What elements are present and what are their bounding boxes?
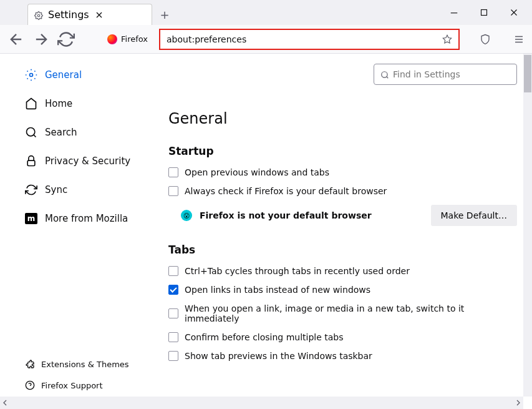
- sidebar-item-sync[interactable]: Sync: [25, 184, 162, 196]
- home-icon: [25, 97, 37, 110]
- identity-label: Firefox: [121, 34, 148, 44]
- pocket-icon[interactable]: [480, 34, 491, 45]
- sidebar-item-label: More from Mozilla: [45, 213, 128, 224]
- svg-point-2: [30, 74, 33, 77]
- firefox-logo-icon: [107, 34, 117, 44]
- horizontal-scrollbar[interactable]: [0, 397, 523, 409]
- url-bar[interactable]: about:preferences: [159, 29, 460, 50]
- checkbox[interactable]: [168, 332, 178, 342]
- checkbox[interactable]: [168, 186, 178, 196]
- minimize-button[interactable]: [448, 7, 460, 18]
- sidebar-item-label: Sync: [45, 184, 67, 195]
- browser-tab[interactable]: Settings: [27, 4, 152, 25]
- chevron-left-icon[interactable]: [0, 398, 10, 408]
- checkbox[interactable]: [168, 308, 178, 318]
- taskbar-previews-option[interactable]: Show tab previews in the Windows taskbar: [168, 351, 517, 361]
- default-browser-status: 😮 Firefox is not your default browser: [181, 210, 372, 221]
- make-default-button[interactable]: Make Default…: [431, 205, 517, 226]
- url-text: about:preferences: [167, 34, 442, 44]
- svg-rect-1: [481, 10, 487, 16]
- sidebar-item-label: Home: [45, 98, 72, 109]
- option-label: Show tab previews in the Windows taskbar: [185, 351, 372, 361]
- always-check-default-option[interactable]: Always check if Firefox is your default …: [168, 186, 517, 196]
- svg-point-0: [37, 14, 40, 17]
- open-previous-option[interactable]: Open previous windows and tabs: [168, 167, 517, 177]
- sidebar-item-label: Privacy & Security: [45, 155, 130, 167]
- tabs-section: Tabs Ctrl+Tab cycles through tabs in rec…: [168, 244, 517, 361]
- app-menu-button[interactable]: [513, 34, 525, 45]
- site-identity[interactable]: Firefox: [107, 34, 148, 44]
- firefox-support-link[interactable]: Firefox Support: [25, 380, 162, 390]
- main-panel: General Startup Open previous windows an…: [162, 54, 532, 409]
- sidebar-item-privacy[interactable]: Privacy & Security: [25, 155, 162, 167]
- checkbox[interactable]: [168, 285, 178, 295]
- option-label: Ctrl+Tab cycles through tabs in recently…: [185, 266, 410, 276]
- section-heading: Startup: [168, 145, 517, 157]
- option-label: When you open a link, image or media in …: [185, 303, 517, 323]
- chevron-right-icon[interactable]: [513, 398, 523, 408]
- close-icon[interactable]: [94, 10, 104, 20]
- svg-point-3: [27, 128, 35, 136]
- checkbox[interactable]: [168, 266, 178, 276]
- extensions-themes-link[interactable]: Extensions & Themes: [25, 359, 162, 369]
- search-icon: [25, 126, 37, 139]
- vertical-scrollbar[interactable]: [523, 54, 532, 397]
- sidebar-item-search[interactable]: Search: [25, 126, 162, 139]
- switch-immediately-option[interactable]: When you open a link, image or media in …: [168, 303, 517, 323]
- gear-icon: [34, 11, 43, 19]
- footer-label: Extensions & Themes: [41, 360, 129, 369]
- maximize-button[interactable]: [478, 7, 490, 18]
- section-heading: Tabs: [168, 244, 517, 256]
- sync-icon: [25, 184, 37, 196]
- option-label: Open previous windows and tabs: [185, 167, 329, 177]
- titlebar: Settings +: [0, 0, 532, 25]
- gear-icon: [25, 69, 37, 81]
- search-input[interactable]: [393, 69, 510, 79]
- reload-button[interactable]: [57, 31, 75, 48]
- status-text: Firefox is not your default browser: [200, 210, 372, 220]
- help-icon: [25, 380, 35, 390]
- toolbar: Firefox about:preferences: [0, 25, 532, 54]
- checkbox[interactable]: [168, 351, 178, 361]
- puzzle-icon: [25, 359, 35, 369]
- new-tab-button[interactable]: +: [156, 6, 173, 23]
- option-label: Open links in tabs instead of new window…: [185, 285, 370, 295]
- option-label: Always check if Firefox is your default …: [185, 186, 387, 196]
- mozilla-icon: m: [25, 212, 37, 225]
- checkbox[interactable]: [168, 167, 178, 177]
- forward-button[interactable]: [32, 31, 50, 48]
- sidebar-item-label: Search: [45, 127, 77, 138]
- back-button[interactable]: [7, 31, 25, 48]
- svg-rect-4: [27, 160, 35, 165]
- close-window-button[interactable]: [508, 7, 520, 18]
- lock-icon: [25, 155, 37, 167]
- sidebar: General Home Search Privacy & Security S…: [0, 54, 162, 409]
- confirm-close-option[interactable]: Confirm before closing multiple tabs: [168, 332, 517, 342]
- footer-label: Firefox Support: [41, 381, 103, 390]
- find-in-settings[interactable]: [374, 64, 517, 85]
- tab-title: Settings: [48, 9, 89, 21]
- open-links-tabs-option[interactable]: Open links in tabs instead of new window…: [168, 285, 517, 295]
- option-label: Confirm before closing multiple tabs: [185, 332, 344, 342]
- bookmark-star-icon[interactable]: [442, 34, 452, 44]
- startup-section: Startup Open previous windows and tabs A…: [168, 145, 517, 226]
- info-icon: 😮: [181, 210, 192, 221]
- sidebar-item-home[interactable]: Home: [25, 97, 162, 110]
- sidebar-item-more-mozilla[interactable]: m More from Mozilla: [25, 212, 162, 225]
- sidebar-item-label: General: [45, 69, 82, 81]
- ctrl-tab-option[interactable]: Ctrl+Tab cycles through tabs in recently…: [168, 266, 517, 276]
- sidebar-item-general[interactable]: General: [25, 69, 162, 81]
- content-area: General Home Search Privacy & Security S…: [0, 54, 532, 409]
- page-title: General: [168, 110, 517, 127]
- search-icon: [380, 70, 389, 79]
- svg-point-6: [382, 72, 387, 77]
